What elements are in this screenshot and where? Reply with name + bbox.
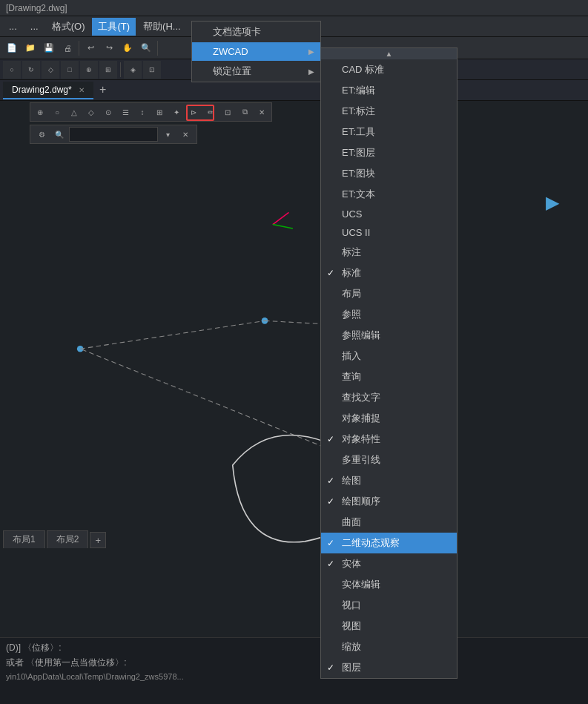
ft-btn11[interactable]: ✏ [202,104,219,120]
sm-et-text[interactable]: ET:文本 [321,184,457,205]
ft-btn12[interactable]: ⊡ [219,104,236,120]
tab-drawing2-label: Drawing2.dwg* [12,85,72,95]
tb2-btn7[interactable]: ◈ [124,61,142,79]
toolbar-save[interactable]: 💾 [40,39,58,57]
ft-btn4[interactable]: ◇ [83,104,99,120]
sm-ucs[interactable]: UCS [321,205,457,223]
sep3 [120,62,121,77]
menu-tools[interactable]: 工具(T) [92,18,136,36]
layout-tab-1[interactable]: 布局1 [3,530,45,548]
sm-et-layer[interactable]: ET:图层 [321,142,457,163]
sm-2d-nav[interactable]: ✓ 二维动态观察 [321,533,457,553]
ft-btn2[interactable]: ○ [49,104,65,120]
layout-tab-2[interactable]: 布局2 [47,530,89,548]
sm-multi-leader[interactable]: 多重引线 [321,450,457,470]
tb2-btn1[interactable]: ○ [3,61,21,79]
ft-btn9[interactable]: ✦ [168,104,185,120]
sm-draw[interactable]: ✓ 绘图 [321,470,457,491]
ft-btn7[interactable]: ↕ [134,104,151,120]
dd-doc-tab[interactable]: 文档选项卡 [192,22,320,42]
sm-ucs-label: UCS [342,208,362,220]
title-bar: [Drawing2.dwg] [0,0,588,16]
toolbar-undo[interactable]: ↩ [82,39,99,57]
sm-find-text-label: 查找文字 [342,391,380,404]
sm-solid[interactable]: ✓ 实体 [321,553,457,574]
menu-insert[interactable]: ... [24,19,44,34]
magnify-icon[interactable]: 🔍 [51,126,67,142]
sm-draw-order[interactable]: ✓ 绘图顺序 [321,491,457,512]
sep2 [157,41,158,56]
tab-add[interactable]: + [93,82,112,99]
cmd-line-3: yin10\AppData\Local\Temp\Drawing2_zws597… [6,671,582,683]
sm-layer2[interactable]: ✓ 图层 [321,657,457,678]
cmd-dropdown-btn[interactable]: ▾ [159,126,176,142]
menu-edit[interactable]: ... [3,19,23,34]
toolbar-zoom[interactable]: 🔍 [137,39,155,57]
sm-query[interactable]: 查询 [321,366,457,387]
ft-btn1[interactable]: ⊕ [32,104,48,120]
sm-insert2[interactable]: 插入 [321,346,457,366]
tab-close-icon[interactable]: ✕ [79,86,85,94]
sm-biaozu[interactable]: 标注 [321,242,457,263]
sm-standard[interactable]: ✓ 标准 [321,263,457,283]
toolbar-redo[interactable]: ↪ [100,39,118,57]
sm-find-text[interactable]: 查找文字 [321,387,457,408]
sm-obj-prop[interactable]: ✓ 对象特性 [321,429,457,450]
ft-btn13[interactable]: ⧉ [237,104,253,120]
tab-drawing2[interactable]: Drawing2.dwg* ✕ [3,82,93,99]
sm-et-block[interactable]: ET:图块 [321,163,457,184]
search-icon[interactable]: ⚙ [33,126,50,142]
ft-btn5[interactable]: ⊙ [100,104,116,120]
ft-btn6[interactable]: ☰ [117,104,133,120]
dd-zwcad[interactable]: ZWCAD ▶ [192,42,320,61]
sm-cad-std[interactable]: CAD 标准 [321,59,457,80]
ft-btn3[interactable]: △ [66,104,82,120]
sm-insert2-label: 插入 [342,349,361,363]
sm-obj-prop-label: 对象特性 [342,432,380,446]
sm-ref-edit[interactable]: 参照编辑 [321,325,457,346]
sm-zoom-label: 缩放 [342,640,361,654]
sm-et-text-label: ET:文本 [342,188,375,201]
cmd-input[interactable] [69,127,158,142]
sm-view[interactable]: 视图 [321,616,457,636]
sm-zoom[interactable]: 缩放 [321,636,457,657]
cmd-close-btn[interactable]: ✕ [177,126,194,142]
sm-et-mark[interactable]: ET:标注 [321,101,457,122]
layout-tab-add[interactable]: + [90,532,106,548]
sm-et-edit[interactable]: ET:编辑 [321,80,457,101]
tb2-btn4[interactable]: □ [61,61,79,79]
sm-et-tool[interactable]: ET:工具 [321,122,457,142]
tb2-btn2[interactable]: ↻ [22,61,40,79]
toolbar-icon7[interactable]: ✋ [119,39,136,57]
zwcad-submenu[interactable]: ▲ CAD 标准 ET:编辑 ET:标注 ET:工具 ET:图层 ET:图块 E… [320,47,457,679]
sm-et-tool-label: ET:工具 [342,125,375,139]
ft-btn8[interactable]: ⊞ [151,104,168,120]
scroll-up[interactable]: ▲ [321,48,457,59]
title-text: [Drawing2.dwg] [6,3,67,13]
dd-lock-pos[interactable]: 锁定位置 ▶ [192,61,320,82]
sm-et-block-label: ET:图块 [342,167,375,180]
sm-reference[interactable]: 参照 [321,304,457,325]
tb2-btn3[interactable]: ◇ [42,61,59,79]
tb2-btn8[interactable]: ⊡ [143,61,161,79]
toolbar-new[interactable]: 📄 [3,39,21,57]
ft-btn10[interactable]: ⊳ [185,104,202,120]
toolbar-icon4[interactable]: 🖨 [59,39,76,57]
svg-line-1 [273,225,293,228]
sm-ucs2[interactable]: UCS II [321,223,457,242]
menu-help[interactable]: 帮助(H... [137,18,187,36]
toolbar-open[interactable]: 📁 [22,39,39,57]
tools-dropdown[interactable]: 文档选项卡 ZWCAD ▶ 锁定位置 ▶ [191,21,321,82]
dd-lock-arrow: ▶ [308,68,314,76]
sm-draw-label: 绘图 [342,474,361,487]
menu-format[interactable]: 格式(O) [46,18,91,36]
tb2-btn6[interactable]: ⊞ [99,61,117,79]
sm-layout[interactable]: 布局 [321,283,457,304]
sm-solid-edit[interactable]: 实体编辑 [321,574,457,595]
ft-btn14[interactable]: ✕ [254,104,270,120]
sm-layer2-check: ✓ [327,662,334,673]
sm-surface[interactable]: 曲面 [321,512,457,533]
sm-viewport[interactable]: 视口 [321,595,457,616]
sm-obj-snap[interactable]: 对象捕捉 [321,408,457,429]
tb2-btn5[interactable]: ⊕ [80,61,98,79]
